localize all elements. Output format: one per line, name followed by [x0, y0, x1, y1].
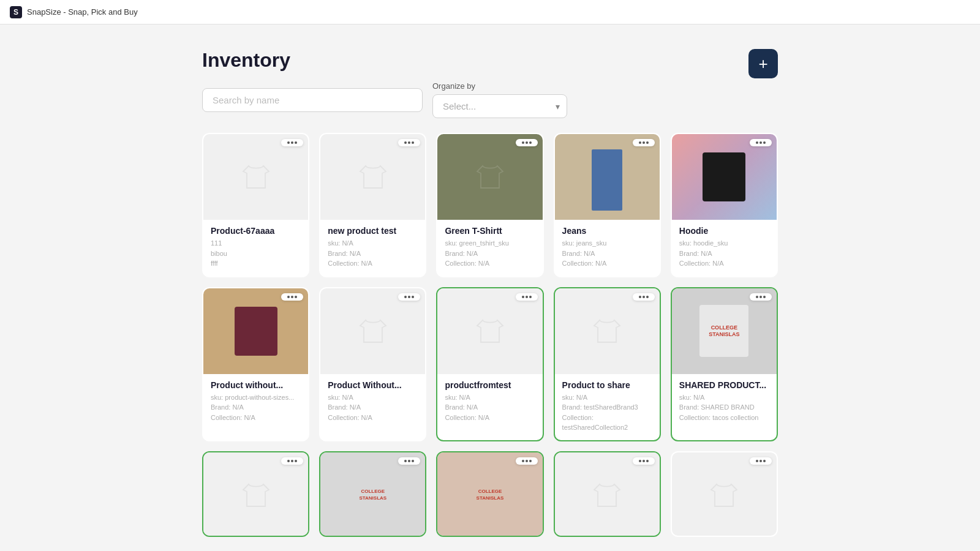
- card-info: productfromtest sku: N/ABrand: N/ACollec…: [437, 374, 542, 430]
- product-card[interactable]: Product to share sku: N/ABrand: testShar…: [554, 287, 661, 441]
- product-collection: Collection: N/A: [328, 413, 418, 423]
- menu-dot: [760, 460, 762, 462]
- product-brand: Brand: N/A: [562, 249, 652, 259]
- product-collection: Collection: tacos collection: [679, 413, 769, 423]
- card-menu-button[interactable]: [633, 293, 655, 301]
- card-menu-button[interactable]: [281, 457, 303, 465]
- product-card[interactable]: productfromtest sku: N/ABrand: N/ACollec…: [436, 287, 543, 441]
- organize-select[interactable]: Select...: [432, 94, 567, 118]
- menu-dot: [763, 296, 766, 298]
- menu-dot: [756, 141, 758, 144]
- product-card[interactable]: Jeans sku: jeans_skuBrand: N/ACollection…: [554, 133, 661, 277]
- product-card[interactable]: COLLEGESTANISLAS: [436, 451, 543, 537]
- product-card[interactable]: COLLEGESTANISLAS SHARED PRODUCT... sku: …: [671, 287, 778, 441]
- card-menu-button[interactable]: [516, 139, 538, 146]
- menu-dot: [412, 141, 414, 144]
- card-info: Product without... sku: product-without-…: [203, 374, 308, 430]
- product-card[interactable]: Hoodie sku: hoodie_skuBrand: N/ACollecti…: [671, 133, 778, 277]
- product-name: Product to share: [562, 380, 652, 390]
- header-row: Inventory Organize by Select... ▾: [202, 49, 778, 118]
- card-menu-button[interactable]: [516, 293, 538, 301]
- card-menu-button[interactable]: [633, 139, 655, 146]
- product-collection: Collection: N/A: [562, 258, 652, 269]
- menu-dot: [408, 296, 410, 298]
- card-menu-button[interactable]: [516, 457, 538, 465]
- product-card[interactable]: [671, 451, 778, 537]
- card-info: Green T-Shirtt sku: green_tshirt_skuBran…: [437, 220, 542, 276]
- product-meta: sku: product-without-sizes...Brand: N/AC…: [211, 392, 301, 423]
- organize-select-wrap: Select... ▾: [432, 94, 567, 118]
- product-brand: Brand: N/A: [679, 249, 769, 259]
- product-meta: sku: N/ABrand: N/ACollection: N/A: [328, 392, 418, 423]
- product-image: [672, 134, 777, 220]
- product-name: Hoodie: [679, 226, 769, 236]
- card-info: new product test sku: N/ABrand: N/AColle…: [320, 220, 425, 276]
- menu-dot: [295, 460, 297, 462]
- menu-dot: [639, 141, 641, 144]
- product-name: Green T-Shirtt: [445, 226, 535, 236]
- menu-dot: [643, 296, 645, 298]
- menu-dot: [287, 460, 290, 462]
- card-menu-button[interactable]: [398, 457, 420, 465]
- card-info: SHARED PRODUCT... sku: N/ABrand: SHARED …: [672, 374, 777, 430]
- card-menu-button[interactable]: [750, 139, 772, 146]
- product-image-placeholder: [203, 452, 308, 537]
- product-sku: sku: product-without-sizes...: [211, 392, 301, 403]
- menu-dot: [526, 296, 528, 298]
- product-image-placeholder: [555, 288, 660, 374]
- product-collection: Collection: N/A: [445, 413, 535, 423]
- search-input[interactable]: [202, 88, 423, 112]
- product-card[interactable]: Product Without... sku: N/ABrand: N/ACol…: [319, 287, 426, 441]
- menu-dot: [404, 141, 407, 144]
- menu-dot: [763, 141, 766, 144]
- product-sku: sku: N/A: [445, 392, 535, 403]
- product-image: [203, 288, 308, 374]
- product-sku: sku: hoodie_sku: [679, 238, 769, 249]
- product-meta: sku: green_tshirt_skuBrand: N/ACollectio…: [445, 238, 535, 269]
- card-menu-button[interactable]: [398, 139, 420, 146]
- menu-dot: [646, 460, 649, 462]
- card-menu-button[interactable]: [633, 457, 655, 465]
- card-menu-button[interactable]: [281, 293, 303, 301]
- product-sku: 111: [211, 238, 301, 249]
- menu-dot: [763, 460, 766, 462]
- product-image-placeholder: [203, 134, 308, 220]
- page-container: Inventory Organize by Select... ▾: [202, 49, 778, 537]
- card-menu-button[interactable]: [398, 293, 420, 301]
- product-brand: Brand: N/A: [211, 402, 301, 413]
- product-brand: Brand: N/A: [445, 249, 535, 259]
- menu-dot: [646, 296, 649, 298]
- menu-dot: [760, 141, 762, 144]
- menu-dot: [529, 296, 532, 298]
- product-image-placeholder: [555, 452, 660, 537]
- card-menu-button[interactable]: [750, 293, 772, 301]
- product-meta: 111bibouffff: [211, 238, 301, 269]
- product-name: new product test: [328, 226, 418, 236]
- product-card[interactable]: new product test sku: N/ABrand: N/AColle…: [319, 133, 426, 277]
- product-card[interactable]: COLLEGESTANISLAS: [319, 451, 426, 537]
- product-card[interactable]: Product-67aaaa 111bibouffff: [202, 133, 309, 277]
- card-info: Hoodie sku: hoodie_skuBrand: N/ACollecti…: [672, 220, 777, 276]
- menu-dot: [646, 141, 649, 144]
- product-meta: sku: N/ABrand: N/ACollection: N/A: [328, 238, 418, 269]
- page-title: Inventory: [202, 49, 744, 72]
- product-card[interactable]: Product without... sku: product-without-…: [202, 287, 309, 441]
- product-sku: sku: jeans_sku: [562, 238, 652, 249]
- card-info: Product-67aaaa 111bibouffff: [203, 220, 308, 276]
- product-name: SHARED PRODUCT...: [679, 380, 769, 390]
- menu-dot: [408, 460, 410, 462]
- product-brand: bibou: [211, 249, 301, 259]
- card-menu-button[interactable]: [750, 457, 772, 465]
- menu-dot: [760, 296, 762, 298]
- add-product-button[interactable]: +: [748, 49, 778, 78]
- app-logo: S: [10, 6, 22, 18]
- product-card[interactable]: Green T-Shirtt sku: green_tshirt_skuBran…: [436, 133, 543, 277]
- menu-dot: [287, 141, 290, 144]
- product-image-placeholder: [320, 288, 425, 374]
- product-collection: Collection: N/A: [211, 413, 301, 423]
- card-info: Product Without... sku: N/ABrand: N/ACol…: [320, 374, 425, 430]
- card-menu-button[interactable]: [281, 139, 303, 146]
- product-card[interactable]: [202, 451, 309, 537]
- product-card[interactable]: [554, 451, 661, 537]
- menu-dot: [291, 460, 293, 462]
